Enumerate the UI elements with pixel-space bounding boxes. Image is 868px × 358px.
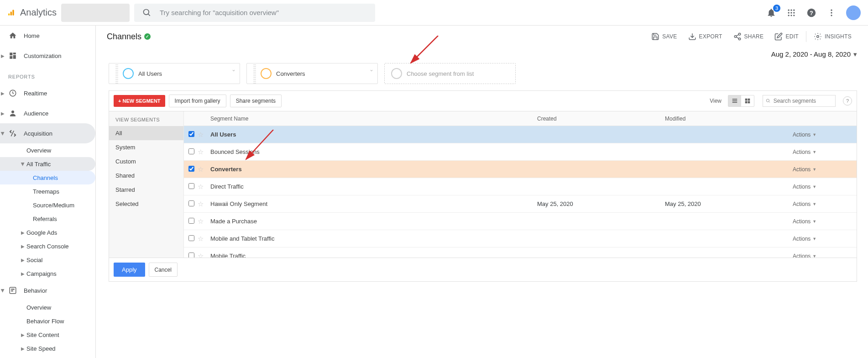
chevron-down-icon: ▶ xyxy=(0,132,5,135)
row-name: All Users xyxy=(209,131,537,138)
segment-pill-all-users[interactable]: All Users ⌄ xyxy=(109,63,240,84)
nav-beh-overview[interactable]: Overview xyxy=(0,300,95,314)
insights-icon xyxy=(814,32,822,41)
star-icon[interactable]: ☆ xyxy=(198,131,209,139)
notifications-button[interactable]: 3 xyxy=(766,7,777,18)
nav-acq-campaigns[interactable]: ▶Campaigns xyxy=(0,267,95,280)
nav-acq-channels[interactable]: Channels xyxy=(0,171,95,184)
save-button[interactable]: SAVE xyxy=(646,29,682,44)
table-row[interactable]: ☆ Made a Purchase Actions▼ xyxy=(184,213,857,230)
table-row[interactable]: ☆ Mobile and Tablet Traffic Actions▼ xyxy=(184,230,857,247)
filter-all[interactable]: All xyxy=(109,126,183,140)
help-button[interactable]: ? xyxy=(843,96,852,105)
row-checkbox[interactable] xyxy=(188,218,194,224)
row-checkbox[interactable] xyxy=(188,235,194,241)
filter-system[interactable]: System xyxy=(109,140,183,154)
nav-acq-treemaps[interactable]: Treemaps xyxy=(0,184,95,198)
import-button[interactable]: Import from gallery xyxy=(169,95,226,107)
nav-acq-referrals[interactable]: Referrals xyxy=(0,212,95,226)
table-row[interactable]: ☆ Bounced Sessions Actions▼ xyxy=(184,143,857,161)
table-row[interactable]: ☆ Hawaii Only Segment May 25, 2020 May 2… xyxy=(184,195,857,213)
nav-audience[interactable]: ▶ Audience xyxy=(0,103,95,123)
row-checkbox[interactable] xyxy=(188,166,194,172)
table-row[interactable]: ☆ Mobile Traffic Actions▼ xyxy=(184,247,857,258)
row-actions-button[interactable]: Actions▼ xyxy=(793,184,857,190)
apps-button[interactable] xyxy=(786,7,797,18)
export-icon xyxy=(688,32,696,41)
user-avatar[interactable] xyxy=(846,5,861,20)
search-segments-input[interactable] xyxy=(774,98,832,104)
row-actions-button[interactable]: Actions▼ xyxy=(793,218,857,225)
filter-selected[interactable]: Selected xyxy=(109,197,183,211)
table-row[interactable]: ☆ Direct Traffic Actions▼ xyxy=(184,178,857,195)
nav-beh-site-content[interactable]: ▶Site Content xyxy=(0,328,95,342)
search-box[interactable]: Try searching for "acquisition overview" xyxy=(134,4,375,22)
row-checkbox[interactable] xyxy=(188,131,194,137)
chevron-right-icon: ▶ xyxy=(21,244,25,249)
nav-beh-flow[interactable]: Behavior Flow xyxy=(0,314,95,328)
caret-down-icon: ▾ xyxy=(853,50,857,58)
export-button[interactable]: EXPORT xyxy=(683,29,728,44)
row-checkbox[interactable] xyxy=(188,200,194,206)
row-actions-button[interactable]: Actions▼ xyxy=(793,253,857,258)
cancel-button[interactable]: Cancel xyxy=(149,263,178,277)
star-icon[interactable]: ☆ xyxy=(198,165,209,174)
filter-starred[interactable]: Starred xyxy=(109,183,183,197)
table-row[interactable]: ☆ Converters Actions▼ xyxy=(184,161,857,178)
chevron-right-icon: ▶ xyxy=(1,91,5,96)
star-icon[interactable]: ☆ xyxy=(198,200,209,208)
chevron-down-icon: ▶ xyxy=(21,162,26,166)
row-actions-button[interactable]: Actions▼ xyxy=(793,236,857,242)
star-icon[interactable]: ☆ xyxy=(198,217,209,226)
edit-icon xyxy=(774,32,783,41)
row-actions-button[interactable]: Actions▼ xyxy=(793,132,857,138)
help-button[interactable]: ? xyxy=(806,7,817,18)
nav-acq-social[interactable]: ▶Social xyxy=(0,253,95,267)
row-checkbox[interactable] xyxy=(188,148,194,154)
row-checkbox[interactable] xyxy=(188,183,194,189)
row-name: Hawaii Only Segment xyxy=(209,200,537,207)
main-content: Channels SAVE EXPORT SHARE EDIT INSIGHTS… xyxy=(96,26,868,358)
row-actions-button[interactable]: Actions▼ xyxy=(793,166,857,173)
new-segment-button[interactable]: + NEW SEGMENT xyxy=(114,95,165,107)
more-button[interactable] xyxy=(826,7,837,18)
table-row[interactable]: ☆ All Users Actions▼ xyxy=(184,126,857,143)
row-actions-button[interactable]: Actions▼ xyxy=(793,201,857,207)
row-checkbox[interactable] xyxy=(188,253,194,258)
segment-panel: + NEW SEGMENT Import from gallery Share … xyxy=(109,90,857,282)
account-selector[interactable] xyxy=(61,4,130,22)
apply-button[interactable]: Apply xyxy=(114,263,145,277)
star-icon[interactable]: ☆ xyxy=(198,252,209,258)
filter-custom[interactable]: Custom xyxy=(109,154,183,168)
nav-behavior[interactable]: ▶ Behavior xyxy=(0,280,95,300)
insights-button[interactable]: INSIGHTS xyxy=(808,29,857,44)
share-segments-button[interactable]: Share segments xyxy=(230,95,282,107)
star-icon[interactable]: ☆ xyxy=(198,148,209,156)
view-grid-button[interactable] xyxy=(741,95,754,106)
nav-acq-all-traffic[interactable]: ▶All Traffic xyxy=(0,157,95,171)
nav-acq-source-medium[interactable]: Source/Medium xyxy=(0,198,95,212)
nav-beh-site-speed[interactable]: ▶Site Speed xyxy=(0,342,95,355)
nav-acquisition[interactable]: ▶ Acquisition xyxy=(0,123,95,143)
analytics-logo-icon xyxy=(7,7,15,18)
header-actions: 3 ? xyxy=(766,5,861,20)
date-range-picker[interactable]: Aug 2, 2020 - Aug 8, 2020 ▾ xyxy=(96,47,868,63)
edit-button[interactable]: EDIT xyxy=(769,29,804,44)
star-icon[interactable]: ☆ xyxy=(198,183,209,191)
verified-icon xyxy=(144,33,151,40)
nav-acq-google-ads[interactable]: ▶Google Ads xyxy=(0,226,95,239)
search-segments-box[interactable] xyxy=(763,95,836,107)
segment-pill-add[interactable]: Choose segment from list xyxy=(384,63,516,84)
view-list-button[interactable] xyxy=(728,95,741,106)
nav-customization[interactable]: ▶ Customization xyxy=(0,46,95,66)
row-actions-button[interactable]: Actions▼ xyxy=(793,149,857,155)
nav-home[interactable]: Home xyxy=(0,26,95,46)
star-icon[interactable]: ☆ xyxy=(198,235,209,243)
nav-acq-overview[interactable]: Overview xyxy=(0,143,95,157)
share-button[interactable]: SHARE xyxy=(728,29,769,44)
segment-pill-converters[interactable]: Converters ⌄ xyxy=(246,63,378,84)
nav-realtime[interactable]: ▶ Realtime xyxy=(0,83,95,103)
filter-shared[interactable]: Shared xyxy=(109,168,183,183)
nav-acq-search-console[interactable]: ▶Search Console xyxy=(0,239,95,253)
divider xyxy=(806,31,806,42)
